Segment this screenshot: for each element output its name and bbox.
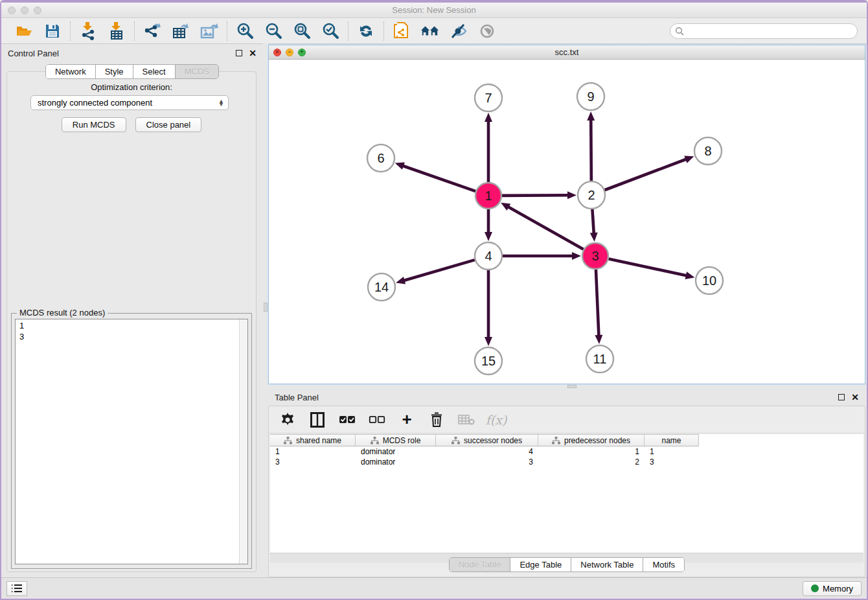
table-cell[interactable]: dominator bbox=[356, 457, 436, 467]
vertical-splitter[interactable] bbox=[263, 43, 268, 577]
graph-node-2[interactable]: 2 bbox=[578, 181, 605, 209]
add-column-icon[interactable]: + bbox=[398, 411, 415, 428]
run-mcds-button[interactable]: Run MCDS bbox=[62, 117, 126, 132]
graph-edge-1-6[interactable] bbox=[395, 163, 475, 192]
clear-selection-checkboxes-icon[interactable] bbox=[369, 411, 385, 428]
graph-edge-2-3[interactable] bbox=[590, 209, 598, 242]
tab-select[interactable]: Select bbox=[133, 65, 176, 78]
graph-edge-1-4[interactable] bbox=[485, 209, 492, 241]
table-row[interactable]: 1dominator411 bbox=[270, 446, 863, 457]
splitter-grabber[interactable] bbox=[264, 303, 268, 312]
task-history-button[interactable] bbox=[6, 581, 27, 596]
tab-network-table[interactable]: Network Table bbox=[571, 558, 643, 571]
tab-motifs[interactable]: Motifs bbox=[643, 558, 684, 571]
table-cell[interactable]: 2 bbox=[538, 457, 645, 467]
column-header-name[interactable]: name bbox=[645, 434, 699, 446]
open-folder-icon[interactable] bbox=[14, 21, 34, 41]
graph-edge-3-11[interactable] bbox=[595, 270, 602, 344]
graph-node-7[interactable]: 7 bbox=[475, 84, 502, 111]
graph-edge-4-15[interactable] bbox=[485, 270, 492, 346]
close-panel-button[interactable]: Close panel bbox=[135, 117, 202, 132]
float-panel-icon[interactable] bbox=[838, 394, 845, 400]
save-floppy-icon[interactable] bbox=[43, 21, 62, 41]
trash-icon[interactable] bbox=[428, 411, 445, 428]
table-cell[interactable]: dominator bbox=[356, 446, 436, 457]
refresh-arrows-icon[interactable] bbox=[356, 21, 376, 41]
splitter-grabber[interactable] bbox=[567, 385, 577, 388]
zoom-out-icon[interactable] bbox=[264, 21, 283, 41]
network-window-titlebar[interactable]: × − + scc.txt bbox=[269, 45, 865, 60]
window-title: Session: New Session bbox=[1, 5, 867, 15]
column-type-icon bbox=[371, 437, 379, 444]
table-cell[interactable]: 1 bbox=[270, 446, 356, 457]
export-table-icon[interactable] bbox=[171, 21, 190, 41]
eye-slash-icon[interactable] bbox=[449, 21, 468, 41]
table-cell[interactable]: 4 bbox=[436, 446, 538, 457]
table-cell[interactable]: 1 bbox=[538, 446, 645, 457]
table-cell[interactable]: 3 bbox=[645, 457, 699, 467]
mcds-result-text[interactable]: 1 3 bbox=[15, 319, 248, 564]
column-header-MCDS-role[interactable]: MCDS role bbox=[356, 434, 436, 446]
graph-node-6[interactable]: 6 bbox=[367, 144, 394, 172]
table-panel-header: Table Panel ✕ bbox=[268, 389, 865, 406]
graph-edge-4-3[interactable] bbox=[503, 252, 581, 260]
import-table-icon[interactable] bbox=[107, 21, 126, 41]
tab-mcds[interactable]: MCDS bbox=[176, 65, 218, 78]
search-input[interactable] bbox=[670, 23, 858, 39]
graph-node-10[interactable]: 10 bbox=[696, 267, 723, 294]
graph-node-3[interactable]: 3 bbox=[582, 243, 608, 269]
control-panel: Control Panel ✕ NetworkStyleSelectMCDS O… bbox=[1, 45, 263, 577]
clone-network-pages-icon[interactable] bbox=[392, 21, 411, 41]
zoom-selected-icon[interactable] bbox=[321, 21, 340, 41]
tab-node-table[interactable]: Node Table bbox=[450, 558, 511, 571]
graph-node-8[interactable]: 8 bbox=[694, 137, 722, 165]
close-panel-icon[interactable]: ✕ bbox=[249, 50, 257, 56]
zoom-in-icon[interactable] bbox=[235, 21, 255, 41]
split-columns-icon[interactable] bbox=[309, 411, 326, 428]
graph-edge-1-7[interactable] bbox=[485, 113, 492, 182]
column-type-icon bbox=[284, 437, 292, 444]
graph-edge-4-14[interactable] bbox=[396, 260, 475, 284]
table-cell[interactable]: 1 bbox=[645, 446, 699, 457]
control-panel-tabs: NetworkStyleSelectMCDS bbox=[1, 64, 263, 79]
select-all-checkboxes-icon[interactable] bbox=[339, 411, 356, 428]
table-row[interactable]: 3dominator323 bbox=[270, 457, 863, 467]
graph-node-14[interactable]: 14 bbox=[368, 273, 395, 301]
export-image-icon[interactable] bbox=[200, 21, 219, 41]
graph-edge-2-9[interactable] bbox=[587, 111, 595, 181]
graph-node-4[interactable]: 4 bbox=[475, 242, 502, 270]
table-cell[interactable]: 3 bbox=[436, 457, 538, 467]
graph-edge-3-1[interactable] bbox=[501, 203, 584, 249]
column-header-successor-nodes[interactable]: successor nodes bbox=[436, 434, 538, 446]
column-header-shared-name[interactable]: shared name bbox=[270, 434, 356, 446]
tab-network[interactable]: Network bbox=[46, 65, 96, 78]
network-canvas[interactable]: 7968124314101511 bbox=[269, 60, 865, 384]
graph-node-15[interactable]: 15 bbox=[475, 347, 502, 375]
horizontal-splitter[interactable] bbox=[268, 384, 867, 389]
criterion-select[interactable]: strongly connected component ▲▼ bbox=[30, 95, 229, 110]
delete-table-icon[interactable] bbox=[458, 411, 475, 428]
function-fx-icon[interactable]: f(x) bbox=[488, 411, 505, 428]
memory-button[interactable]: Memory bbox=[803, 581, 862, 596]
memory-status-icon bbox=[811, 584, 819, 592]
export-network-icon[interactable] bbox=[143, 21, 162, 41]
graph-edge-1-2[interactable] bbox=[502, 191, 577, 199]
import-network-icon[interactable] bbox=[78, 21, 98, 41]
graph-node-11[interactable]: 11 bbox=[586, 345, 613, 373]
close-panel-icon[interactable]: ✕ bbox=[851, 394, 859, 400]
gear-icon[interactable] bbox=[279, 411, 296, 428]
graph-edge-2-8[interactable] bbox=[605, 156, 694, 190]
graph-node-9[interactable]: 9 bbox=[577, 83, 604, 110]
double-house-icon[interactable] bbox=[420, 21, 440, 41]
column-header-predecessor-nodes[interactable]: predecessor nodes bbox=[538, 434, 645, 446]
graph-edge-3-10[interactable] bbox=[609, 259, 695, 279]
eye-disabled-icon[interactable] bbox=[477, 21, 497, 41]
tab-edge-table[interactable]: Edge Table bbox=[510, 558, 571, 571]
result-scrollbar[interactable] bbox=[239, 319, 247, 564]
network-view-window: × − + scc.txt 7968124314101511 bbox=[268, 45, 865, 384]
zoom-fit-icon[interactable] bbox=[292, 21, 312, 41]
float-panel-icon[interactable] bbox=[236, 50, 242, 56]
graph-node-1[interactable]: 1 bbox=[475, 183, 501, 209]
table-cell[interactable]: 3 bbox=[270, 457, 356, 467]
tab-style[interactable]: Style bbox=[96, 65, 133, 78]
